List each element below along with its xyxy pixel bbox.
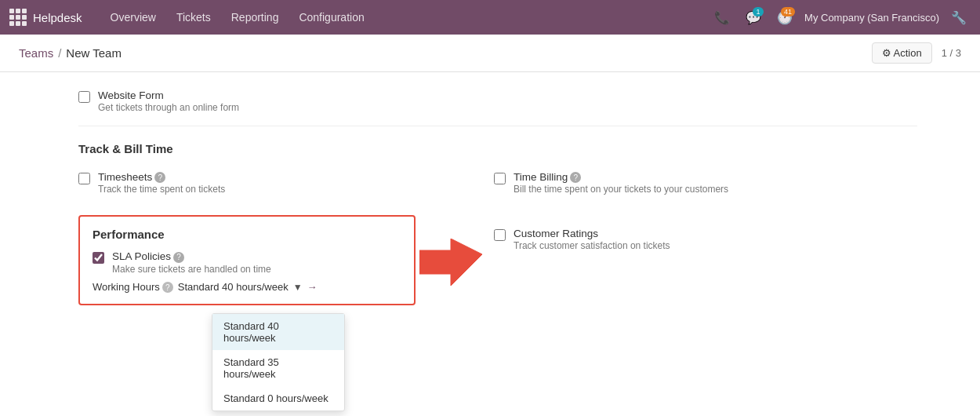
- website-form-label: Website Form: [98, 89, 239, 101]
- working-hours-dropdown: Standard 40 hours/week Standard 35 hours…: [212, 313, 345, 411]
- company-selector[interactable]: My Company (San Francisco): [804, 12, 939, 24]
- activity-icon[interactable]: 🕐 41: [773, 5, 797, 29]
- app-logo[interactable]: Helpdesk: [9, 9, 92, 26]
- working-hours-value: Standard 40 hours/week: [178, 281, 289, 293]
- chat-badge: 1: [753, 7, 764, 16]
- svg-marker-0: [419, 239, 482, 286]
- time-billing-help-icon[interactable]: ?: [570, 172, 581, 183]
- website-form-item: Website Form Get tickets through an onli…: [78, 85, 239, 118]
- breadcrumb-separator: /: [58, 46, 61, 60]
- breadcrumb: Teams / New Team: [19, 46, 122, 60]
- website-form-checkbox[interactable]: [78, 91, 90, 103]
- breadcrumb-current: New Team: [66, 46, 122, 60]
- app-name: Helpdesk: [33, 11, 82, 24]
- time-billing-desc: Bill the time spent on your tickets to y…: [514, 184, 728, 195]
- main-menu: Overview Tickets Reporting Configuration: [101, 6, 374, 28]
- sla-label: SLA Policies?: [112, 250, 271, 262]
- timesheets-help-icon[interactable]: ?: [154, 172, 165, 183]
- timesheets-checkbox[interactable]: [78, 173, 90, 184]
- performance-title: Performance: [93, 228, 401, 241]
- customer-ratings-item: Customer Ratings Track customer satisfac…: [494, 223, 917, 256]
- working-hours-dropdown-icon[interactable]: ▼: [293, 282, 303, 293]
- working-hours-external-link-icon[interactable]: →: [307, 281, 318, 293]
- performance-box: Performance SLA Policies? Make sure tick…: [78, 215, 416, 305]
- breadcrumb-bar: Teams / New Team ⚙ Action 1 / 3: [0, 35, 980, 72]
- grid-icon: [9, 9, 27, 26]
- track-bill-section-title: Track & Bill Time: [78, 142, 917, 155]
- main-content: Website Form Get tickets through an onli…: [0, 72, 980, 416]
- time-billing-checkbox[interactable]: [494, 173, 506, 184]
- working-hours-label: Working Hours?: [93, 281, 173, 294]
- timesheets-label: Timesheets?: [98, 171, 225, 183]
- time-billing-item: Time Billing? Bill the time spent on you…: [494, 166, 917, 199]
- top-navigation: Helpdesk Overview Tickets Reporting Conf…: [0, 0, 980, 35]
- menu-configuration[interactable]: Configuration: [289, 6, 373, 28]
- dropdown-item-40[interactable]: Standard 40 hours/week: [212, 314, 344, 350]
- website-form-desc: Get tickets through an online form: [98, 102, 239, 113]
- menu-overview[interactable]: Overview: [101, 6, 165, 28]
- dropdown-item-0[interactable]: Standard 0 hours/week: [212, 386, 344, 411]
- phone-icon[interactable]: 📞: [710, 5, 734, 29]
- sla-desc: Make sure tickets are handled on time: [112, 264, 271, 275]
- timesheets-item: Timesheets? Track the time spent on tick…: [78, 166, 470, 199]
- sla-checkbox[interactable]: [93, 252, 104, 264]
- chat-icon[interactable]: 💬 1: [742, 5, 765, 29]
- sla-help-icon[interactable]: ?: [173, 252, 184, 263]
- activity-badge: 41: [781, 7, 795, 16]
- dropdown-item-35[interactable]: Standard 35 hours/week: [212, 350, 344, 386]
- working-hours-row: Working Hours? Standard 40 hours/week ▼ …: [93, 281, 401, 294]
- page-indicator: 1 / 3: [942, 47, 961, 59]
- time-billing-label: Time Billing?: [514, 171, 728, 183]
- menu-reporting[interactable]: Reporting: [222, 6, 289, 28]
- sla-row: SLA Policies? Make sure tickets are hand…: [93, 250, 401, 274]
- customer-ratings-label: Customer Ratings: [514, 228, 670, 239]
- menu-tickets[interactable]: Tickets: [167, 6, 220, 28]
- customer-ratings-desc: Track customer satisfaction on tickets: [514, 240, 670, 251]
- settings-icon[interactable]: 🔧: [947, 5, 971, 29]
- timesheets-desc: Track the time spent on tickets: [98, 184, 225, 195]
- action-button[interactable]: ⚙ Action: [872, 42, 932, 64]
- breadcrumb-actions: ⚙ Action 1 / 3: [872, 42, 961, 64]
- breadcrumb-teams[interactable]: Teams: [19, 46, 53, 60]
- customer-ratings-checkbox[interactable]: [494, 229, 506, 241]
- nav-right-section: 📞 💬 1 🕐 41 My Company (San Francisco) 🔧: [710, 5, 971, 29]
- working-hours-help-icon[interactable]: ?: [162, 282, 173, 293]
- arrow-annotation: [419, 239, 482, 304]
